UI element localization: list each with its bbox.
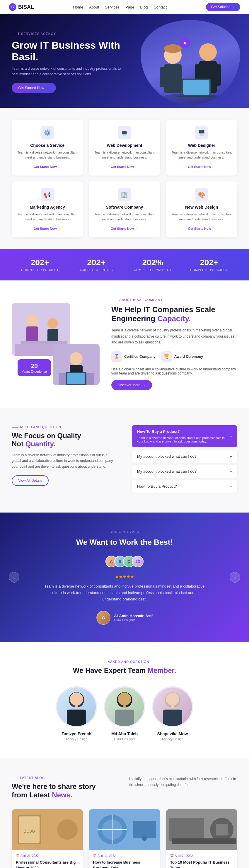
team-avatar-1 xyxy=(56,686,97,727)
team-avatar-2 xyxy=(104,686,145,727)
avatar-face-2 xyxy=(105,687,144,726)
nav-logo[interactable]: C BISAL xyxy=(9,3,34,11)
faq-item-1[interactable]: My account blocked what can I do? + xyxy=(132,450,237,463)
testimonial-label: Our Customer xyxy=(12,530,237,534)
service-link-1[interactable]: Get Starts Now xyxy=(34,165,61,168)
testimonial-avatar-group: A B C 22 xyxy=(12,556,237,567)
faq-view-all-button[interactable]: View All Details xyxy=(12,475,49,486)
stat-3: 202% Completed Project xyxy=(134,258,172,272)
team-member-role-2: UI/IX Designer xyxy=(104,737,145,741)
testimonial-person-avatar: A xyxy=(96,611,111,625)
play-button[interactable]: ▶ xyxy=(180,37,190,48)
svg-rect-51 xyxy=(169,818,204,841)
blog-card-2: 📅 April 11, 2022 How to Increase Busines… xyxy=(89,809,160,868)
stats-section: 202+ Completed Project 202+ Completed Pr… xyxy=(0,249,249,280)
team-member-role-1: Agency Design xyxy=(56,737,97,741)
blog-post-title-2: How to Increase Business Products Sale xyxy=(93,860,156,868)
service-title-3: Web Designer xyxy=(172,143,232,148)
navbar: C BISAL Home About Services Page Blog Co… xyxy=(0,0,249,14)
testimonial-person-info: Al-Amin Hossain Asif UI/IX Designer xyxy=(114,614,153,622)
service-link-2[interactable]: Get Starts Now xyxy=(111,165,138,168)
service-title-6: New Web Design xyxy=(172,205,232,210)
badge-award: 🏆 Award Ceremony xyxy=(161,351,203,362)
faq-active-item[interactable]: How To Buy a Product? Team is a diverse … xyxy=(132,425,237,447)
blog-date-1: 📅 April 21, 2022 xyxy=(16,854,79,858)
service-link-4[interactable]: Get Starts Now xyxy=(34,227,61,230)
team-member-name-1: Tamzyn French xyxy=(56,732,97,736)
about-title: We Help IT Companies Scale Engineering C… xyxy=(111,305,237,323)
calendar-icon-3: 📅 xyxy=(170,854,174,858)
nav-contact[interactable]: Contact xyxy=(154,5,167,9)
service-icon-6: 🎨 xyxy=(195,188,208,201)
about-badges: 🏅 Certified Company 🏆 Award Ceremony xyxy=(111,351,237,362)
service-desc-1: Team is a diverse network man consultant… xyxy=(17,150,77,160)
svg-rect-18 xyxy=(21,341,67,344)
calendar-icon-1: 📅 xyxy=(16,854,19,858)
svg-rect-32 xyxy=(115,710,134,727)
badge-award-text: Award Ceremony xyxy=(174,354,203,359)
svg-point-37 xyxy=(171,705,174,708)
svg-point-5 xyxy=(164,44,182,53)
service-card-6: 🎨 New Web Design Team is a diverse netwo… xyxy=(166,181,237,237)
service-card-2: 💻 Web Development Team is a diverse netw… xyxy=(89,120,160,176)
nav-blog[interactable]: Blog xyxy=(140,5,148,9)
team-grid: Tamzyn French Agency Design Md Abu Taleb… xyxy=(12,686,237,741)
blog-image-1: BLOG xyxy=(12,809,83,850)
svg-rect-4 xyxy=(175,67,180,87)
badge-certified: 🏅 Certified Company xyxy=(111,351,156,362)
services-section: ⚙️ Choose a Service Team is a diverse ne… xyxy=(0,108,249,249)
avatar-face-3 xyxy=(153,687,192,726)
about-label: About Bisal Company xyxy=(111,298,237,302)
blog-post-title-3: Top 10 Most Popular IT Business Tulps xyxy=(170,860,233,868)
testimonial-next-button[interactable]: › xyxy=(230,572,240,583)
blog-grid: BLOG 📅 April 21, 2022 Professional Consu… xyxy=(12,809,237,868)
hero-people-image xyxy=(141,20,240,105)
faq-description: Team is a diverse network of industry pr… xyxy=(12,453,117,469)
nav-page[interactable]: Page xyxy=(125,5,134,9)
service-link-6[interactable]: Get Starts Now xyxy=(188,227,215,230)
team-avatar-3 xyxy=(152,686,193,727)
award-icon: 🏆 xyxy=(161,351,172,362)
blog-content-2: 📅 April 11, 2022 How to Increase Busines… xyxy=(89,850,160,868)
faq-item-3[interactable]: How To Buy a Product? + xyxy=(132,480,237,493)
nav-home[interactable]: Home xyxy=(73,5,83,9)
team-label: Asked And Question xyxy=(12,660,237,663)
testimonial-person-role: UI/IX Designer xyxy=(114,618,153,622)
blog-content-1: 📅 April 21, 2022 Professional Consultant… xyxy=(12,850,83,868)
team-title: We Have Expert Team Member. xyxy=(12,666,237,675)
testimonial-prev-button[interactable]: ‹ xyxy=(9,572,19,583)
service-link-5[interactable]: Get Starts Now xyxy=(111,227,138,230)
faq-title: We Focus on Quality Not Quantity. xyxy=(12,432,117,448)
stat-1: 202+ Completed Project xyxy=(21,258,59,272)
blog-card-1: BLOG 📅 April 21, 2022 Professional Consu… xyxy=(12,809,83,868)
service-card-4: 📢 Marketing Agency Team is a diverse net… xyxy=(12,181,83,237)
service-desc-4: Team is a diverse network man consultant… xyxy=(17,212,77,221)
service-title-4: Marketing Agency xyxy=(17,205,77,210)
nav-links: Home About Services Page Blog Contact xyxy=(73,4,167,10)
faq-active-answer: Team is a diverse network of consultants… xyxy=(137,436,230,443)
blog-image-3 xyxy=(166,809,237,850)
testimonial-rating: ★★★★★ xyxy=(12,575,237,579)
nav-services[interactable]: Services xyxy=(105,5,120,9)
svg-point-14 xyxy=(26,315,38,327)
discover-button[interactable]: Discover More xyxy=(111,380,152,390)
svg-point-27 xyxy=(70,692,83,706)
faq-active-toggle-icon: − xyxy=(230,434,232,438)
about-description: Team is a diverse network of industry pr… xyxy=(111,327,237,345)
hero-cta-button[interactable]: Get Started Now xyxy=(12,83,56,93)
service-desc-2: Team is a diverse network man consultant… xyxy=(94,150,155,160)
faq-item-2[interactable]: My account blocked what can I do? + xyxy=(132,465,237,478)
svg-rect-9 xyxy=(216,64,221,86)
service-link-3[interactable]: Get Starts Now xyxy=(188,165,215,168)
nav-cta-button[interactable]: Get Solution → xyxy=(206,3,240,11)
stat-2: 202+ Completed Project xyxy=(77,258,115,272)
stat-label-2: Completed Project xyxy=(77,269,115,272)
nav-about[interactable]: About xyxy=(89,5,99,9)
stat-number-2: 202+ xyxy=(77,258,115,267)
blog-description: I solidify manager other's multifactoria… xyxy=(129,776,237,788)
svg-point-29 xyxy=(75,705,77,708)
svg-rect-3 xyxy=(160,67,165,87)
svg-rect-28 xyxy=(67,710,86,727)
team-card-3: Shapevika Mow Agency Design xyxy=(152,686,193,741)
service-card-5: 🏢 Software Company Team is a diverse net… xyxy=(89,181,160,237)
